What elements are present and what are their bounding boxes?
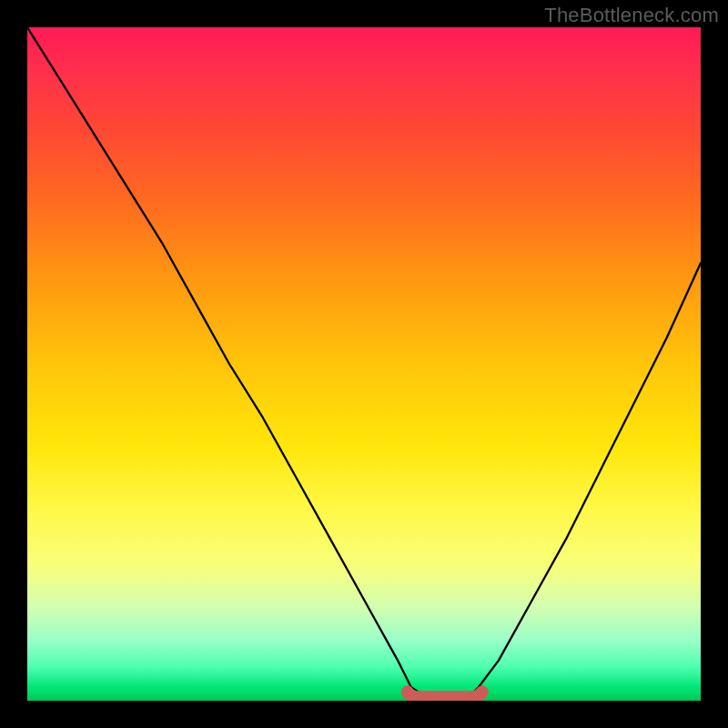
bottleneck-chart-svg <box>27 27 701 701</box>
plot-area <box>27 27 701 701</box>
watermark-text: TheBottleneck.com <box>544 4 719 27</box>
bottleneck-curve-path <box>27 27 701 701</box>
optimal-range-marker <box>408 692 482 697</box>
chart-frame: TheBottleneck.com <box>0 0 728 728</box>
